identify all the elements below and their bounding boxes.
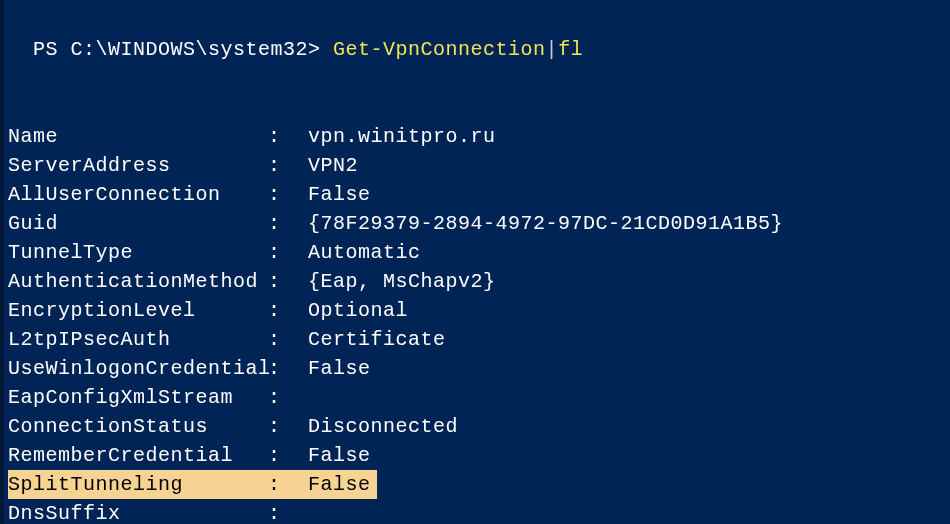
- property-key: Guid: [8, 209, 268, 238]
- property-value: [308, 499, 950, 524]
- property-colon: :: [268, 499, 308, 524]
- property-colon: :: [268, 441, 308, 470]
- output-row: L2tpIPsecAuth : Certificate: [8, 325, 950, 354]
- output-row: UseWinlogonCredential: False: [8, 354, 950, 383]
- output-row: ServerAddress : VPN2: [8, 151, 950, 180]
- property-colon: :: [268, 470, 308, 499]
- property-value: Certificate: [308, 325, 950, 354]
- property-key: UseWinlogonCredential: [8, 354, 268, 383]
- output-row: TunnelType : Automatic: [8, 238, 950, 267]
- property-colon: :: [268, 209, 308, 238]
- output-row: Guid : {78F29379-2894-4972-97DC-21CD0D91…: [8, 209, 950, 238]
- output-row: SplitTunneling : False: [8, 470, 950, 499]
- window-left-edge: [0, 0, 4, 524]
- property-value: {78F29379-2894-4972-97DC-21CD0D91A1B5}: [308, 209, 950, 238]
- property-colon: :: [268, 122, 308, 151]
- property-value: [308, 383, 950, 412]
- property-key: ServerAddress: [8, 151, 268, 180]
- property-colon: :: [268, 238, 308, 267]
- property-value: False: [308, 441, 950, 470]
- property-colon: :: [268, 325, 308, 354]
- property-colon: :: [268, 412, 308, 441]
- output-row: AllUserConnection : False: [8, 180, 950, 209]
- prompt-arg: fl: [558, 38, 583, 61]
- property-value: vpn.winitpro.ru: [308, 122, 950, 151]
- output-block: Name : vpn.winitpro.ruServerAddress : VP…: [8, 122, 950, 524]
- property-key: TunnelType: [8, 238, 268, 267]
- property-key: AuthenticationMethod: [8, 267, 268, 296]
- property-value: VPN2: [308, 151, 950, 180]
- property-colon: :: [268, 151, 308, 180]
- property-key: Name: [8, 122, 268, 151]
- property-key: EncryptionLevel: [8, 296, 268, 325]
- prompt-line[interactable]: PS C:\WINDOWS\system32> Get-VpnConnectio…: [8, 6, 950, 64]
- output-row: EapConfigXmlStream :: [8, 383, 950, 412]
- property-key: DnsSuffix: [8, 499, 268, 524]
- prompt-pipe: |: [546, 38, 559, 61]
- prompt-command: Get-VpnConnection: [333, 38, 546, 61]
- property-colon: :: [268, 267, 308, 296]
- property-colon: :: [268, 354, 308, 383]
- property-value: False: [308, 470, 377, 499]
- output-row: EncryptionLevel : Optional: [8, 296, 950, 325]
- property-key: RememberCredential: [8, 441, 268, 470]
- output-row: Name : vpn.winitpro.ru: [8, 122, 950, 151]
- property-value: Automatic: [308, 238, 950, 267]
- prompt-path: PS C:\WINDOWS\system32>: [33, 38, 333, 61]
- property-value: Optional: [308, 296, 950, 325]
- output-row: AuthenticationMethod : {Eap, MsChapv2}: [8, 267, 950, 296]
- property-key: L2tpIPsecAuth: [8, 325, 268, 354]
- blank-gap: [8, 64, 950, 122]
- property-value: {Eap, MsChapv2}: [308, 267, 950, 296]
- property-key: EapConfigXmlStream: [8, 383, 268, 412]
- property-value: Disconnected: [308, 412, 950, 441]
- property-key: AllUserConnection: [8, 180, 268, 209]
- output-row: DnsSuffix :: [8, 499, 950, 524]
- output-row: ConnectionStatus : Disconnected: [8, 412, 950, 441]
- property-key: SplitTunneling: [8, 470, 268, 499]
- property-colon: :: [268, 180, 308, 209]
- property-key: ConnectionStatus: [8, 412, 268, 441]
- property-colon: :: [268, 296, 308, 325]
- property-colon: :: [268, 383, 308, 412]
- property-value: False: [308, 354, 950, 383]
- output-row: RememberCredential : False: [8, 441, 950, 470]
- property-value: False: [308, 180, 950, 209]
